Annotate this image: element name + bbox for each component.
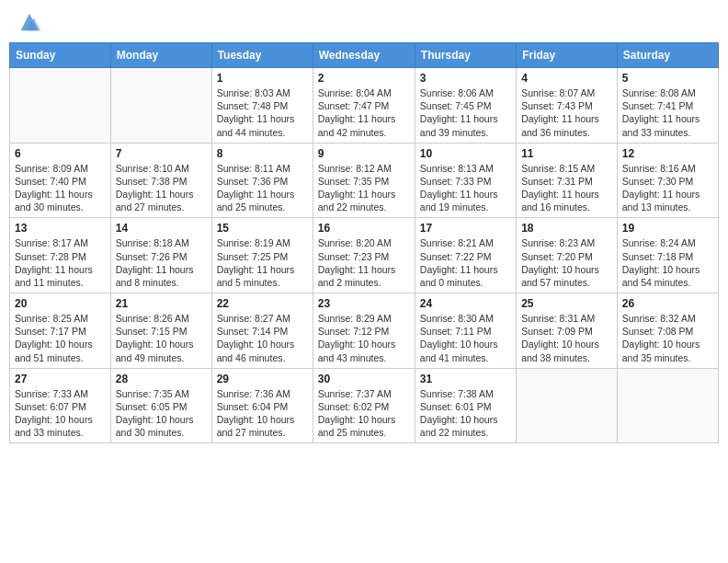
day-number: 29 (217, 373, 308, 385)
calendar-week-2: 6Sunrise: 8:09 AM Sunset: 7:40 PM Daylig… (10, 143, 719, 218)
calendar-cell: 27Sunrise: 7:33 AM Sunset: 6:07 PM Dayli… (10, 368, 111, 443)
day-content: Sunrise: 8:20 AM Sunset: 7:23 PM Dayligh… (318, 236, 410, 289)
calendar-cell: 2Sunrise: 8:04 AM Sunset: 7:47 PM Daylig… (313, 68, 415, 144)
day-number: 6 (15, 147, 106, 160)
day-number: 21 (116, 297, 207, 310)
calendar-cell (10, 68, 111, 144)
day-content: Sunrise: 8:21 AM Sunset: 7:22 PM Dayligh… (420, 236, 511, 289)
day-content: Sunrise: 8:04 AM Sunset: 7:47 PM Dayligh… (318, 86, 410, 139)
day-number: 17 (420, 222, 511, 235)
day-content: Sunrise: 8:18 AM Sunset: 7:26 PM Dayligh… (116, 236, 207, 289)
day-header-tuesday: Tuesday (211, 43, 313, 68)
day-content: Sunrise: 8:11 AM Sunset: 7:36 PM Dayligh… (217, 162, 308, 214)
day-header-thursday: Thursday (415, 43, 516, 68)
calendar-cell: 1Sunrise: 8:03 AM Sunset: 7:48 PM Daylig… (211, 68, 313, 144)
day-number: 24 (420, 297, 511, 310)
day-number: 14 (116, 222, 207, 235)
calendar-cell: 12Sunrise: 8:16 AM Sunset: 7:30 PM Dayli… (617, 143, 718, 218)
calendar-cell: 22Sunrise: 8:27 AM Sunset: 7:14 PM Dayli… (211, 293, 313, 369)
logo (13, 9, 42, 35)
calendar-cell: 16Sunrise: 8:20 AM Sunset: 7:23 PM Dayli… (313, 218, 415, 293)
day-content: Sunrise: 8:30 AM Sunset: 7:11 PM Dayligh… (420, 312, 511, 364)
day-content: Sunrise: 8:26 AM Sunset: 7:15 PM Dayligh… (116, 312, 207, 364)
calendar-table: SundayMondayTuesdayWednesdayThursdayFrid… (9, 42, 719, 443)
calendar-header-row: SundayMondayTuesdayWednesdayThursdayFrid… (10, 43, 719, 68)
day-number: 5 (622, 72, 713, 85)
calendar-cell: 21Sunrise: 8:26 AM Sunset: 7:15 PM Dayli… (110, 293, 211, 369)
day-number: 15 (217, 222, 308, 235)
day-number: 3 (420, 72, 511, 85)
day-number: 13 (15, 222, 106, 235)
day-number: 26 (622, 297, 713, 310)
calendar-cell: 4Sunrise: 8:07 AM Sunset: 7:43 PM Daylig… (517, 68, 618, 144)
calendar-cell: 3Sunrise: 8:06 AM Sunset: 7:45 PM Daylig… (415, 68, 516, 144)
calendar-cell: 8Sunrise: 8:11 AM Sunset: 7:36 PM Daylig… (211, 143, 313, 218)
calendar-cell (110, 68, 211, 144)
calendar-cell: 30Sunrise: 7:37 AM Sunset: 6:02 PM Dayli… (313, 368, 415, 443)
day-header-wednesday: Wednesday (313, 43, 415, 68)
day-number: 11 (521, 147, 612, 160)
day-header-saturday: Saturday (617, 43, 718, 68)
day-number: 4 (521, 72, 612, 85)
calendar-cell: 31Sunrise: 7:38 AM Sunset: 6:01 PM Dayli… (415, 368, 516, 443)
day-content: Sunrise: 8:24 AM Sunset: 7:18 PM Dayligh… (622, 236, 713, 289)
day-content: Sunrise: 8:15 AM Sunset: 7:31 PM Dayligh… (521, 162, 612, 214)
day-header-friday: Friday (517, 43, 618, 68)
calendar-cell (617, 368, 718, 443)
calendar-cell (517, 368, 618, 443)
calendar-cell: 29Sunrise: 7:36 AM Sunset: 6:04 PM Dayli… (211, 368, 313, 443)
day-content: Sunrise: 7:37 AM Sunset: 6:02 PM Dayligh… (318, 387, 410, 440)
calendar-cell: 14Sunrise: 8:18 AM Sunset: 7:26 PM Dayli… (110, 218, 211, 293)
day-content: Sunrise: 8:13 AM Sunset: 7:33 PM Dayligh… (420, 162, 511, 214)
calendar-week-4: 20Sunrise: 8:25 AM Sunset: 7:17 PM Dayli… (10, 293, 719, 369)
logo-icon (17, 9, 42, 35)
day-number: 28 (116, 373, 207, 385)
day-content: Sunrise: 8:25 AM Sunset: 7:17 PM Dayligh… (15, 312, 106, 364)
calendar-week-3: 13Sunrise: 8:17 AM Sunset: 7:28 PM Dayli… (10, 218, 719, 293)
day-content: Sunrise: 8:31 AM Sunset: 7:09 PM Dayligh… (521, 312, 612, 364)
day-number: 1 (217, 72, 308, 85)
day-content: Sunrise: 8:03 AM Sunset: 7:48 PM Dayligh… (217, 86, 308, 139)
day-content: Sunrise: 7:38 AM Sunset: 6:01 PM Dayligh… (420, 387, 511, 440)
day-header-monday: Monday (110, 43, 211, 68)
day-content: Sunrise: 8:17 AM Sunset: 7:28 PM Dayligh… (15, 236, 106, 289)
calendar-cell: 5Sunrise: 8:08 AM Sunset: 7:41 PM Daylig… (617, 68, 718, 144)
day-number: 19 (622, 222, 713, 235)
calendar-cell: 19Sunrise: 8:24 AM Sunset: 7:18 PM Dayli… (617, 218, 718, 293)
calendar-cell: 10Sunrise: 8:13 AM Sunset: 7:33 PM Dayli… (415, 143, 516, 218)
day-content: Sunrise: 8:32 AM Sunset: 7:08 PM Dayligh… (622, 312, 713, 364)
day-number: 10 (420, 147, 511, 160)
day-content: Sunrise: 7:35 AM Sunset: 6:05 PM Dayligh… (116, 387, 207, 440)
day-content: Sunrise: 8:19 AM Sunset: 7:25 PM Dayligh… (217, 236, 308, 289)
calendar-week-1: 1Sunrise: 8:03 AM Sunset: 7:48 PM Daylig… (10, 68, 719, 144)
day-content: Sunrise: 7:33 AM Sunset: 6:07 PM Dayligh… (15, 387, 106, 440)
day-content: Sunrise: 8:27 AM Sunset: 7:14 PM Dayligh… (217, 312, 308, 364)
calendar-cell: 25Sunrise: 8:31 AM Sunset: 7:09 PM Dayli… (517, 293, 618, 369)
day-number: 12 (622, 147, 713, 160)
day-content: Sunrise: 8:09 AM Sunset: 7:40 PM Dayligh… (15, 162, 106, 214)
calendar-cell: 17Sunrise: 8:21 AM Sunset: 7:22 PM Dayli… (415, 218, 516, 293)
day-number: 9 (318, 147, 410, 160)
day-content: Sunrise: 8:12 AM Sunset: 7:35 PM Dayligh… (318, 162, 410, 214)
day-content: Sunrise: 8:10 AM Sunset: 7:38 PM Dayligh… (116, 162, 207, 214)
day-header-sunday: Sunday (10, 43, 111, 68)
calendar-cell: 15Sunrise: 8:19 AM Sunset: 7:25 PM Dayli… (211, 218, 313, 293)
calendar-week-5: 27Sunrise: 7:33 AM Sunset: 6:07 PM Dayli… (10, 368, 719, 443)
page-header (9, 9, 719, 35)
calendar-cell: 11Sunrise: 8:15 AM Sunset: 7:31 PM Dayli… (517, 143, 618, 218)
day-number: 30 (318, 373, 410, 385)
calendar-cell: 9Sunrise: 8:12 AM Sunset: 7:35 PM Daylig… (313, 143, 415, 218)
calendar-cell: 7Sunrise: 8:10 AM Sunset: 7:38 PM Daylig… (110, 143, 211, 218)
day-number: 16 (318, 222, 410, 235)
day-number: 7 (116, 147, 207, 160)
day-number: 8 (217, 147, 308, 160)
calendar-cell: 24Sunrise: 8:30 AM Sunset: 7:11 PM Dayli… (415, 293, 516, 369)
calendar-cell: 26Sunrise: 8:32 AM Sunset: 7:08 PM Dayli… (617, 293, 718, 369)
day-number: 22 (217, 297, 308, 310)
day-number: 31 (420, 373, 511, 385)
day-content: Sunrise: 8:07 AM Sunset: 7:43 PM Dayligh… (521, 86, 612, 139)
calendar-cell: 23Sunrise: 8:29 AM Sunset: 7:12 PM Dayli… (313, 293, 415, 369)
day-number: 18 (521, 222, 612, 235)
day-number: 20 (15, 297, 106, 310)
calendar-cell: 28Sunrise: 7:35 AM Sunset: 6:05 PM Dayli… (110, 368, 211, 443)
